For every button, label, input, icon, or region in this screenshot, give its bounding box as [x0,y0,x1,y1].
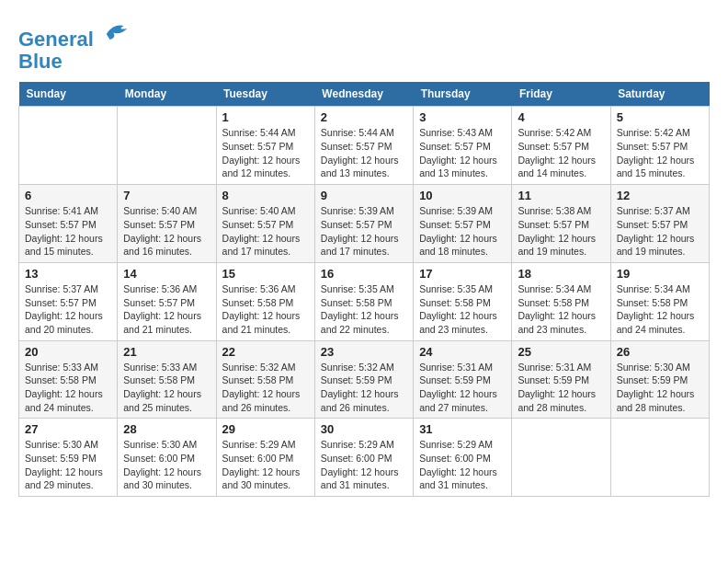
week-row-5: 27Sunrise: 5:30 AM Sunset: 5:59 PM Dayli… [19,419,710,497]
day-info: Sunrise: 5:36 AM Sunset: 5:57 PM Dayligh… [123,282,210,337]
day-number: 31 [419,422,506,436]
header-tuesday: Tuesday [216,82,314,107]
day-info: Sunrise: 5:44 AM Sunset: 5:57 PM Dayligh… [222,126,309,180]
day-info: Sunrise: 5:43 AM Sunset: 5:57 PM Dayligh… [419,126,506,180]
day-number: 28 [123,422,210,436]
week-row-1: 1Sunrise: 5:44 AM Sunset: 5:57 PM Daylig… [19,107,710,185]
page-header: General Blue [18,18,710,73]
day-number: 10 [419,189,506,202]
day-info: Sunrise: 5:29 AM Sunset: 6:00 PM Dayligh… [419,438,506,492]
day-info: Sunrise: 5:30 AM Sunset: 5:59 PM Dayligh… [25,438,111,492]
logo-general: General [18,28,94,51]
day-number: 9 [321,189,407,202]
day-info: Sunrise: 5:40 AM Sunset: 5:57 PM Dayligh… [222,204,309,259]
day-info: Sunrise: 5:34 AM Sunset: 5:58 PM Dayligh… [518,282,604,337]
day-number: 5 [617,110,703,124]
day-number: 19 [617,267,703,281]
day-info: Sunrise: 5:29 AM Sunset: 6:00 PM Dayligh… [222,438,309,492]
day-number: 17 [419,267,506,281]
day-number: 2 [321,110,407,124]
calendar-cell: 27Sunrise: 5:30 AM Sunset: 5:59 PM Dayli… [19,419,118,497]
logo: General Blue [18,18,131,73]
day-info: Sunrise: 5:38 AM Sunset: 5:57 PM Dayligh… [518,204,604,259]
day-number: 23 [321,345,407,359]
day-number: 21 [123,345,210,359]
day-number: 8 [222,189,309,202]
day-number: 14 [123,267,210,281]
day-info: Sunrise: 5:31 AM Sunset: 5:59 PM Dayligh… [518,361,604,415]
day-number: 6 [25,189,111,202]
day-info: Sunrise: 5:30 AM Sunset: 6:00 PM Dayligh… [123,438,210,492]
day-number: 4 [518,110,604,124]
day-info: Sunrise: 5:37 AM Sunset: 5:57 PM Dayligh… [617,204,703,259]
day-number: 15 [222,267,309,281]
day-info: Sunrise: 5:36 AM Sunset: 5:58 PM Dayligh… [222,282,309,337]
day-info: Sunrise: 5:31 AM Sunset: 5:59 PM Dayligh… [419,361,506,415]
calendar-cell: 1Sunrise: 5:44 AM Sunset: 5:57 PM Daylig… [216,107,314,185]
day-number: 25 [518,345,604,359]
day-info: Sunrise: 5:41 AM Sunset: 5:57 PM Dayligh… [25,204,111,259]
calendar-cell [19,107,118,185]
day-info: Sunrise: 5:39 AM Sunset: 5:57 PM Dayligh… [321,204,407,259]
calendar-cell: 18Sunrise: 5:34 AM Sunset: 5:58 PM Dayli… [512,262,610,340]
days-header-row: SundayMondayTuesdayWednesdayThursdayFrid… [19,82,710,107]
day-number: 7 [123,189,210,202]
day-number: 3 [419,110,506,124]
calendar-cell: 6Sunrise: 5:41 AM Sunset: 5:57 PM Daylig… [19,185,118,263]
header-monday: Monday [118,82,216,107]
day-number: 18 [518,267,604,281]
calendar-cell: 2Sunrise: 5:44 AM Sunset: 5:57 PM Daylig… [314,107,413,185]
calendar-cell: 20Sunrise: 5:33 AM Sunset: 5:58 PM Dayli… [19,340,118,419]
day-number: 1 [222,110,309,124]
calendar-cell: 26Sunrise: 5:30 AM Sunset: 5:59 PM Dayli… [610,340,709,419]
day-info: Sunrise: 5:33 AM Sunset: 5:58 PM Dayligh… [123,361,210,415]
day-number: 24 [419,345,506,359]
header-sunday: Sunday [19,82,118,107]
day-info: Sunrise: 5:42 AM Sunset: 5:57 PM Dayligh… [617,126,703,180]
calendar-cell: 29Sunrise: 5:29 AM Sunset: 6:00 PM Dayli… [216,419,314,497]
calendar-cell: 12Sunrise: 5:37 AM Sunset: 5:57 PM Dayli… [610,185,709,263]
calendar-cell [118,107,216,185]
calendar-cell: 17Sunrise: 5:35 AM Sunset: 5:58 PM Dayli… [414,262,512,340]
calendar-cell: 15Sunrise: 5:36 AM Sunset: 5:58 PM Dayli… [216,262,314,340]
calendar-cell: 11Sunrise: 5:38 AM Sunset: 5:57 PM Dayli… [512,185,610,263]
week-row-3: 13Sunrise: 5:37 AM Sunset: 5:57 PM Dayli… [19,262,710,340]
day-info: Sunrise: 5:40 AM Sunset: 5:57 PM Dayligh… [123,204,210,259]
day-info: Sunrise: 5:35 AM Sunset: 5:58 PM Dayligh… [419,282,506,337]
day-info: Sunrise: 5:32 AM Sunset: 5:58 PM Dayligh… [222,361,309,415]
calendar-cell: 8Sunrise: 5:40 AM Sunset: 5:57 PM Daylig… [216,185,314,263]
day-number: 29 [222,422,309,436]
header-saturday: Saturday [610,82,709,107]
calendar-table: SundayMondayTuesdayWednesdayThursdayFrid… [18,82,710,497]
day-number: 12 [617,189,703,202]
week-row-4: 20Sunrise: 5:33 AM Sunset: 5:58 PM Dayli… [19,340,710,419]
day-number: 26 [617,345,703,359]
day-number: 30 [321,422,407,436]
day-number: 11 [518,189,604,202]
day-info: Sunrise: 5:32 AM Sunset: 5:59 PM Dayligh… [321,361,407,415]
logo-text: General [18,18,131,51]
day-number: 16 [321,267,407,281]
calendar-cell: 30Sunrise: 5:29 AM Sunset: 6:00 PM Dayli… [314,419,413,497]
day-info: Sunrise: 5:42 AM Sunset: 5:57 PM Dayligh… [518,126,604,180]
calendar-cell: 3Sunrise: 5:43 AM Sunset: 5:57 PM Daylig… [414,107,512,185]
calendar-cell: 10Sunrise: 5:39 AM Sunset: 5:57 PM Dayli… [414,185,512,263]
header-friday: Friday [512,82,610,107]
week-row-2: 6Sunrise: 5:41 AM Sunset: 5:57 PM Daylig… [19,185,710,263]
day-number: 27 [25,422,111,436]
day-number: 20 [25,345,111,359]
calendar-cell: 9Sunrise: 5:39 AM Sunset: 5:57 PM Daylig… [314,185,413,263]
calendar-cell: 4Sunrise: 5:42 AM Sunset: 5:57 PM Daylig… [512,107,610,185]
calendar-cell: 28Sunrise: 5:30 AM Sunset: 6:00 PM Dayli… [118,419,216,497]
calendar-cell: 19Sunrise: 5:34 AM Sunset: 5:58 PM Dayli… [610,262,709,340]
calendar-cell: 23Sunrise: 5:32 AM Sunset: 5:59 PM Dayli… [314,340,413,419]
calendar-cell: 25Sunrise: 5:31 AM Sunset: 5:59 PM Dayli… [512,340,610,419]
day-info: Sunrise: 5:30 AM Sunset: 5:59 PM Dayligh… [617,361,703,415]
logo-bird-icon [103,18,131,46]
calendar-cell: 13Sunrise: 5:37 AM Sunset: 5:57 PM Dayli… [19,262,118,340]
day-info: Sunrise: 5:44 AM Sunset: 5:57 PM Dayligh… [321,126,407,180]
header-wednesday: Wednesday [314,82,413,107]
calendar-cell: 31Sunrise: 5:29 AM Sunset: 6:00 PM Dayli… [414,419,512,497]
calendar-cell: 21Sunrise: 5:33 AM Sunset: 5:58 PM Dayli… [118,340,216,419]
calendar-cell: 14Sunrise: 5:36 AM Sunset: 5:57 PM Dayli… [118,262,216,340]
